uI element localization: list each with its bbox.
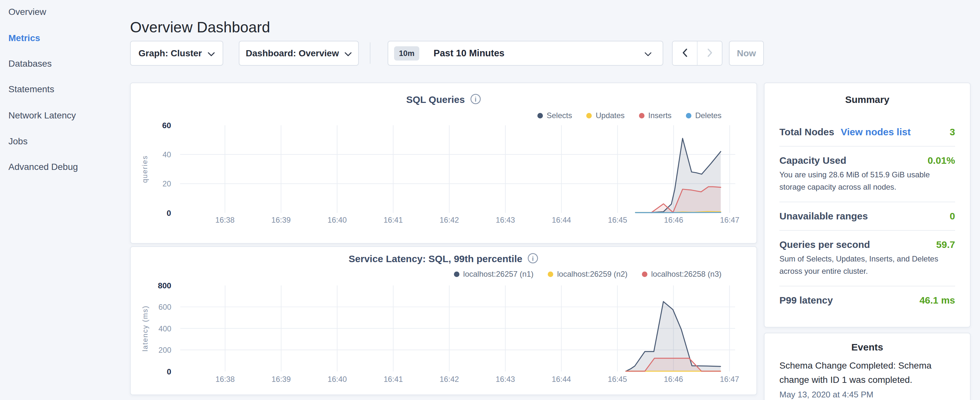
summary-row-label: Unavailable ranges bbox=[780, 211, 868, 222]
legend-dot-icon bbox=[454, 271, 460, 277]
svg-text:i: i bbox=[475, 96, 477, 103]
next-time-button[interactable] bbox=[697, 41, 722, 65]
summary-row-value: 3 bbox=[950, 126, 955, 137]
summary-row-desc: You are using 28.6 MiB of 515.9 GiB usab… bbox=[780, 169, 955, 193]
time-range-badge: 10m bbox=[394, 46, 419, 61]
legend-label: localhost:26257 (n1) bbox=[463, 269, 533, 279]
svg-text:16:45: 16:45 bbox=[608, 215, 627, 224]
chevron-right-icon bbox=[707, 49, 713, 58]
events-heading: Events bbox=[780, 342, 955, 353]
summary-heading: Summary bbox=[780, 94, 955, 105]
svg-text:200: 200 bbox=[159, 346, 172, 354]
summary-row-label: P99 latency bbox=[780, 295, 833, 306]
legend-item: Updates bbox=[586, 111, 624, 120]
page-title: Overview Dashboard bbox=[130, 18, 270, 36]
event-item-date: May 13, 2020 at 4:45 PM bbox=[780, 390, 955, 400]
legend-dot-icon bbox=[586, 113, 592, 118]
time-range-label: Past 10 Minutes bbox=[434, 48, 504, 59]
legend-dot-icon bbox=[642, 271, 648, 277]
svg-text:20: 20 bbox=[162, 179, 171, 188]
legend-label: localhost:26259 (n2) bbox=[557, 269, 627, 279]
svg-text:16:39: 16:39 bbox=[272, 375, 291, 384]
legend-item: localhost:26258 (n3) bbox=[642, 269, 721, 279]
svg-text:16:41: 16:41 bbox=[384, 375, 403, 384]
svg-text:400: 400 bbox=[159, 324, 172, 333]
sidebar-item-statements[interactable]: Statements bbox=[8, 83, 54, 95]
legend-label: Inserts bbox=[648, 111, 672, 120]
summary-row: P99 latency46.1 ms bbox=[780, 286, 955, 314]
legend-item: localhost:26257 (n1) bbox=[454, 269, 533, 279]
info-icon[interactable]: i bbox=[470, 94, 481, 106]
svg-text:16:38: 16:38 bbox=[215, 375, 235, 384]
chart-title: SQL Queries bbox=[406, 94, 465, 105]
legend-item: localhost:26259 (n2) bbox=[548, 269, 627, 279]
summary-row: Unavailable ranges0 bbox=[780, 202, 955, 230]
legend-label: Updates bbox=[596, 111, 624, 120]
summary-row-label: Total Nodes bbox=[780, 126, 834, 137]
time-pager bbox=[672, 41, 722, 66]
svg-text:16:45: 16:45 bbox=[608, 375, 627, 384]
sql-queries-chart: 16:3816:3916:4016:4116:4216:4316:4416:45… bbox=[131, 83, 756, 243]
summary-row-label: Capacity Used bbox=[780, 155, 846, 166]
summary-row-label: Queries per second bbox=[780, 239, 870, 250]
svg-text:16:39: 16:39 bbox=[272, 215, 291, 224]
sql-queries-chart-card: SQL Queries i SelectsUpdatesInsertsDelet… bbox=[130, 83, 757, 244]
now-button[interactable]: Now bbox=[729, 41, 764, 66]
svg-text:16:40: 16:40 bbox=[328, 215, 347, 224]
dashboard-dropdown-label: Dashboard: Overview bbox=[246, 48, 339, 59]
legend-dot-icon bbox=[548, 271, 553, 277]
service-latency-chart: 16:3816:3916:4016:4116:4216:4316:4416:45… bbox=[131, 247, 756, 395]
chart-legend: SelectsUpdatesInsertsDeletes bbox=[538, 111, 722, 120]
previous-time-button[interactable] bbox=[673, 41, 697, 65]
legend-dot-icon bbox=[538, 113, 543, 118]
service-latency-chart-card: Service Latency: SQL, 99th percentile i … bbox=[130, 246, 757, 395]
summary-row-value: 0 bbox=[950, 211, 955, 222]
chart-title-row: SQL Queries i bbox=[131, 94, 756, 106]
events-panel: Events Schema Change Completed: Schema c… bbox=[764, 333, 970, 400]
legend-label: Deletes bbox=[695, 111, 721, 120]
legend-label: Selects bbox=[547, 111, 572, 120]
svg-text:60: 60 bbox=[162, 121, 171, 130]
svg-text:16:42: 16:42 bbox=[440, 215, 459, 224]
toolbar-divider bbox=[370, 42, 371, 64]
legend-item: Deletes bbox=[686, 111, 721, 120]
svg-text:i: i bbox=[532, 255, 534, 262]
now-button-label: Now bbox=[737, 48, 756, 59]
summary-row-value: 46.1 ms bbox=[920, 295, 955, 306]
sidebar-item-databases[interactable]: Databases bbox=[8, 58, 52, 70]
view-nodes-link[interactable]: View nodes list bbox=[840, 126, 910, 137]
summary-row: Total NodesView nodes list3 bbox=[780, 118, 955, 146]
time-range-selector[interactable]: 10m Past 10 Minutes bbox=[388, 41, 663, 66]
graph-dropdown[interactable]: Graph: Cluster bbox=[130, 41, 223, 66]
svg-text:0: 0 bbox=[167, 209, 171, 217]
sidebar-item-overview[interactable]: Overview bbox=[8, 6, 46, 18]
svg-text:queries: queries bbox=[141, 155, 149, 183]
summary-row-value: 59.7 bbox=[936, 239, 955, 250]
summary-row: Capacity Used0.01%You are using 28.6 MiB… bbox=[780, 146, 955, 202]
summary-row-desc: Sum of Selects, Updates, Inserts, and De… bbox=[780, 253, 955, 277]
svg-text:0: 0 bbox=[167, 367, 172, 376]
dashboard-dropdown[interactable]: Dashboard: Overview bbox=[239, 41, 359, 66]
event-item-text[interactable]: Schema Change Completed: Schema change w… bbox=[780, 359, 955, 387]
svg-text:16:43: 16:43 bbox=[496, 375, 515, 384]
summary-row-value: 0.01% bbox=[928, 155, 955, 166]
info-icon[interactable]: i bbox=[527, 253, 538, 265]
svg-text:latency (ms): latency (ms) bbox=[141, 306, 149, 351]
sidebar-item-advanced-debug[interactable]: Advanced Debug bbox=[8, 161, 78, 173]
chart-title: Service Latency: SQL, 99th percentile bbox=[349, 253, 522, 265]
legend-dot-icon bbox=[686, 113, 691, 118]
sidebar-item-jobs[interactable]: Jobs bbox=[8, 135, 27, 147]
chart-title-row: Service Latency: SQL, 99th percentile i bbox=[131, 253, 756, 265]
svg-text:16:43: 16:43 bbox=[496, 215, 515, 224]
chevron-down-icon bbox=[644, 48, 652, 59]
legend-item: Selects bbox=[538, 111, 572, 120]
sidebar-item-network-latency[interactable]: Network Latency bbox=[8, 110, 76, 121]
legend-label: localhost:26258 (n3) bbox=[651, 269, 721, 279]
svg-text:16:46: 16:46 bbox=[664, 215, 683, 224]
svg-text:16:47: 16:47 bbox=[720, 215, 740, 224]
legend-item: Inserts bbox=[639, 111, 672, 120]
svg-text:800: 800 bbox=[158, 281, 171, 290]
svg-text:16:41: 16:41 bbox=[384, 215, 403, 224]
sidebar-item-metrics[interactable]: Metrics bbox=[8, 32, 40, 44]
svg-text:16:44: 16:44 bbox=[552, 215, 571, 224]
